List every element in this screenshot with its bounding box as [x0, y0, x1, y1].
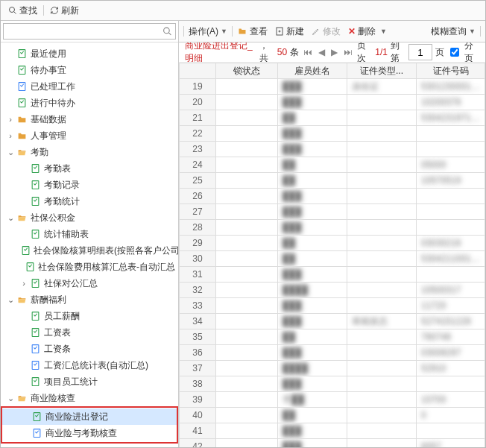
tree-item-label: 人事管理 [31, 130, 66, 142]
table-row[interactable]: 39李██10700 [180, 392, 485, 408]
row-number: 21 [180, 110, 216, 126]
tree-item[interactable]: ·商业险进出登记 [2, 408, 177, 425]
tree-item[interactable]: ·社会保险费用核算汇总表-自动汇总 [1, 259, 178, 275]
new-button[interactable]: 新建 [272, 24, 307, 40]
tree-item-label: 公告管理 [31, 446, 66, 448]
find-label: 查找 [19, 4, 37, 17]
tree-item[interactable]: ›人事管理 [1, 127, 178, 144]
collapse-icon[interactable]: ⌄ [5, 295, 16, 305]
table-row[interactable]: 22███ [180, 126, 485, 142]
table-row[interactable]: 31███ [180, 267, 485, 283]
column-header[interactable]: 雇员姓名 [278, 63, 347, 79]
table-row[interactable]: 21██53042319710512141 [180, 110, 485, 126]
tree-item[interactable]: ⌄薪酬福利 [1, 291, 178, 308]
page-last[interactable]: ⏭ [342, 47, 354, 57]
tree-item-label: 考勤统计 [44, 195, 80, 208]
table-row[interactable]: 23███ [180, 142, 485, 157]
view-button[interactable]: 查看 [234, 24, 271, 40]
tree-item[interactable]: ⌄考勤 [1, 144, 178, 160]
cell [417, 189, 485, 204]
expand-icon[interactable]: › [19, 279, 29, 288]
table-row[interactable]: 38███ [180, 376, 485, 392]
expand-icon[interactable]: › [5, 131, 16, 140]
table-row[interactable]: 29██03030216 [180, 236, 485, 251]
tree-item[interactable]: ·项目员工统计 [1, 373, 178, 390]
nav-tree: ·最近使用·待办事宜·已处理工作·进行中待办›基础数据›人事管理⌄考勤·考勤表·… [1, 42, 178, 447]
chevron-down-icon[interactable]: ▼ [380, 28, 387, 35]
table-row[interactable]: 19███身份证53012300010174729 [180, 79, 485, 95]
collapse-icon[interactable]: ⌄ [5, 394, 16, 403]
table-row[interactable]: 30██53042110010120365 [180, 251, 485, 267]
page-next[interactable]: ▶ [329, 47, 339, 57]
tree-item[interactable]: ⌄商业险核查 [1, 390, 178, 406]
column-header[interactable]: 锁状态 [216, 63, 278, 79]
edit-button[interactable]: 修改 [309, 24, 344, 40]
page-prev[interactable]: ◀ [317, 47, 326, 57]
tree-item[interactable]: ·进行中待办 [1, 95, 178, 111]
cell: 10700 [417, 392, 485, 408]
table-row[interactable]: 28███ [180, 220, 485, 236]
cell [347, 408, 417, 423]
tree-item-label: 工资条 [44, 343, 71, 356]
column-header[interactable]: 证件号码 [417, 63, 485, 79]
divider [232, 26, 233, 37]
tree-item[interactable]: ·待办事宜 [1, 62, 178, 78]
table-row[interactable]: 27███ [180, 204, 485, 220]
cell [347, 376, 417, 392]
tree-item[interactable]: ·考勤记录 [1, 177, 178, 193]
paging-checkbox[interactable] [450, 48, 459, 57]
refresh-button[interactable]: 刷新 [47, 4, 82, 17]
table-row[interactable]: 36███03008297 [180, 345, 485, 361]
svg-line-3 [168, 33, 171, 35]
tree-item[interactable]: ·工资条 [1, 341, 178, 357]
table-row[interactable]: 40██0 [180, 408, 485, 423]
doc-icon [21, 244, 31, 256]
tree-item[interactable]: ·员工薪酬 [1, 308, 178, 324]
table-row[interactable]: 20███10200376 [180, 95, 485, 110]
cell [347, 236, 417, 251]
search-icon[interactable] [162, 27, 172, 37]
fuzzy-search-button[interactable]: 模糊查询 ▼ [428, 24, 479, 40]
goto-page-input[interactable] [408, 44, 432, 60]
tree-item[interactable]: ›公告管理 [1, 444, 178, 447]
expand-icon[interactable]: › [5, 115, 16, 124]
tree-item[interactable]: ·工资汇总统计表(自动汇总) [1, 357, 178, 373]
tree-item-label: 社会保险费用核算汇总表-自动汇总 [38, 261, 175, 274]
row-number: 29 [180, 236, 216, 251]
tree-item[interactable]: ›社保对公汇总 [1, 275, 178, 291]
doc-icon [29, 179, 41, 191]
row-number: 27 [180, 204, 216, 220]
tree-item[interactable]: ›基础数据 [1, 111, 178, 127]
tree-item[interactable]: ·考勤表 [1, 160, 178, 177]
table-row[interactable]: 41███ [180, 423, 485, 439]
cell [347, 329, 417, 345]
table-row[interactable]: 24██05000 [180, 157, 485, 173]
tree-item[interactable]: ⌄社保公积金 [1, 209, 178, 226]
tree-item[interactable]: ·已处理工作 [1, 78, 178, 95]
table-row[interactable]: 42███8057 [180, 439, 485, 448]
delete-button[interactable]: ✕ 删除 [345, 24, 379, 40]
tree-item[interactable]: ·社会保险核算明细表(按照各客户公司分表-手工维 [1, 242, 178, 259]
table-row[interactable]: 33███11720 [180, 298, 485, 314]
page-first[interactable]: ⏮ [302, 47, 314, 57]
table-row[interactable]: 25██10570519 [180, 173, 485, 189]
table-row[interactable]: 37████52910 [180, 361, 485, 376]
table-row[interactable]: 35██780748 [180, 329, 485, 345]
table-row[interactable]: 26███ [180, 189, 485, 204]
column-header[interactable]: 证件类型... [347, 63, 417, 79]
row-number: 36 [180, 345, 216, 361]
doc-icon [29, 195, 41, 207]
find-button[interactable]: 查找 [5, 4, 40, 17]
tree-item[interactable]: ·工资表 [1, 324, 178, 341]
tree-item[interactable]: ·最近使用 [1, 45, 178, 62]
tree-item[interactable]: ·统计辅助表 [1, 226, 178, 242]
table-row[interactable]: 34███草稿状态5274151228 [180, 314, 485, 329]
action-menu[interactable]: 操作(A) ▼ [186, 24, 230, 40]
cell [216, 236, 278, 251]
collapse-icon[interactable]: ⌄ [5, 148, 16, 157]
table-row[interactable]: 32████10500317 [180, 283, 485, 298]
collapse-icon[interactable]: ⌄ [5, 213, 16, 223]
tree-item[interactable]: ·考勤统计 [1, 193, 178, 209]
search-input[interactable] [3, 23, 176, 40]
tree-item[interactable]: ·商业险与考勤核查 [2, 425, 177, 441]
